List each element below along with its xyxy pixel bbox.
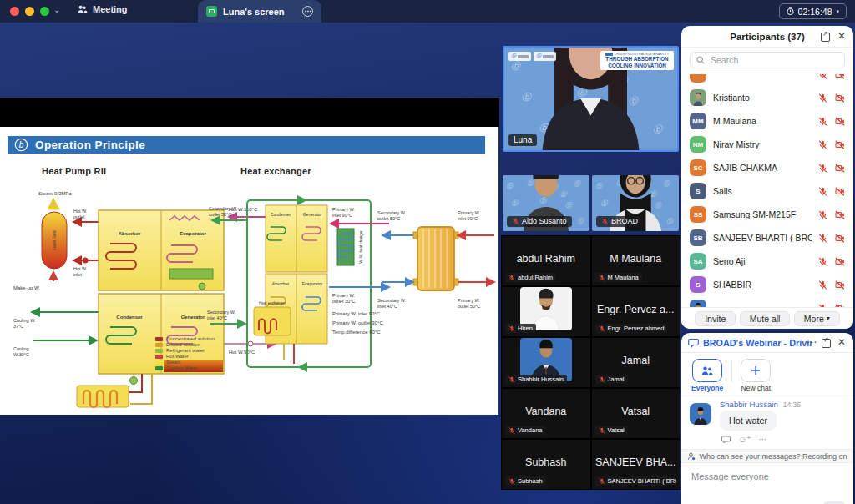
participant-name: M Maulana xyxy=(713,116,812,126)
participant-name-tag: Luna xyxy=(508,134,537,146)
camera-off-icon[interactable] xyxy=(835,164,845,173)
person-silhouette xyxy=(690,403,711,425)
camera-off-icon[interactable] xyxy=(835,257,845,266)
invite-button[interactable]: Invite xyxy=(695,311,736,326)
legend-label: Hot Water xyxy=(166,354,189,359)
participant-row[interactable] xyxy=(681,296,853,307)
svg-text:W.30°C: W.30°C xyxy=(13,352,29,357)
mic-off-icon xyxy=(599,275,605,281)
legend-swatch xyxy=(155,349,163,353)
camera-off-icon[interactable] xyxy=(835,140,845,149)
svg-text:Evaporator: Evaporator xyxy=(302,281,323,286)
camera-off-icon[interactable] xyxy=(835,187,845,196)
svg-text:Condenser: Condenser xyxy=(271,212,291,217)
reply-icon[interactable] xyxy=(721,436,731,444)
mic-off-icon[interactable] xyxy=(818,140,827,149)
camera-off-icon[interactable] xyxy=(835,234,845,243)
mic-off-icon[interactable] xyxy=(818,234,827,243)
participant-row[interactable]: NMNirav Mistry xyxy=(681,133,853,156)
popout-icon[interactable] xyxy=(822,339,831,348)
participant-row[interactable]: SASeno Aji xyxy=(681,249,853,273)
mic-off-icon[interactable] xyxy=(818,257,827,266)
mute-all-button[interactable]: Mute all xyxy=(740,311,791,326)
close-window-button[interactable] xyxy=(10,7,19,16)
close-icon[interactable]: ✕ xyxy=(837,337,846,348)
participants-list: KristiantoMMM MaulanaNMNirav MistrySCSAJ… xyxy=(681,74,853,307)
tab-new-chat[interactable]: New chat xyxy=(741,359,771,392)
participant-row[interactable] xyxy=(681,74,853,86)
svg-text:Absorber: Absorber xyxy=(272,281,290,286)
mic-off-icon[interactable] xyxy=(818,280,827,290)
mic-off-icon[interactable] xyxy=(818,74,827,79)
legend-label: Cooling Water xyxy=(166,365,198,370)
camera-off-icon[interactable] xyxy=(835,280,845,290)
camera-off-icon[interactable] xyxy=(835,210,845,219)
chat-input-area xyxy=(681,463,853,483)
tab-everyone[interactable]: Everyone xyxy=(691,359,723,392)
gallery-tile: Shabbir Hussain xyxy=(502,338,590,387)
camera-off-icon[interactable] xyxy=(835,117,845,126)
mic-off-icon[interactable] xyxy=(818,187,827,196)
participant-name: SANJEEV BHARTI ( BROAD INDIA ) xyxy=(713,233,812,243)
svg-text:Primary W. inlet 90°C: Primary W. inlet 90°C xyxy=(332,311,381,316)
avatar: SA xyxy=(690,253,706,270)
avatar: SS xyxy=(690,206,706,223)
participant-display-name: SANJEEV BHA... xyxy=(592,456,680,468)
tab-options-icon[interactable]: ⋯ xyxy=(302,6,313,17)
legend-swatch xyxy=(155,355,163,359)
more-icon[interactable]: ⋯ xyxy=(807,337,817,348)
svg-text:Primary W.: Primary W. xyxy=(332,207,355,212)
people-icon xyxy=(77,4,88,14)
svg-text:Steam 0.3MPa: Steam 0.3MPa xyxy=(38,191,72,196)
mic-off-icon xyxy=(601,218,609,225)
participant-row[interactable]: MMM Maulana xyxy=(681,109,853,133)
participant-row[interactable]: SSalis xyxy=(681,179,853,203)
participants-footer: Invite Mute all More▾ xyxy=(681,307,853,329)
chat-privacy-notice[interactable]: Who can see your messages? Recording on xyxy=(681,449,853,463)
chat-header: BROAD's Webinar - Driving Industr... ⋯ ✕ xyxy=(681,333,853,353)
participant-row[interactable]: SSHABBIR xyxy=(681,273,853,296)
camera-off-icon[interactable] xyxy=(835,93,845,103)
legend-item: Refrigerant water xyxy=(155,348,215,353)
close-icon[interactable]: ✕ xyxy=(837,31,846,42)
participant-search[interactable] xyxy=(690,52,845,68)
slide-letterbox xyxy=(0,98,499,127)
avatar: SB xyxy=(690,229,706,246)
chevron-down-icon: ▾ xyxy=(827,315,830,322)
mic-off-icon[interactable] xyxy=(818,117,827,126)
message-input[interactable] xyxy=(690,471,845,482)
participant-name: Seno Aji xyxy=(713,256,812,266)
emoji-add-icon[interactable]: ☺⁺ xyxy=(738,435,751,444)
camera-off-icon[interactable] xyxy=(835,74,845,79)
search-icon xyxy=(696,56,705,64)
minimize-window-button[interactable] xyxy=(25,7,34,16)
more-icon[interactable]: ⋯ xyxy=(759,435,767,444)
participant-gallery: abdul Rahimabdul RahimM MaulanaM Maulana… xyxy=(501,235,680,490)
participant-row[interactable]: SCSAJIB CHAKMA xyxy=(681,156,853,179)
search-input[interactable] xyxy=(709,54,838,66)
more-button[interactable]: More▾ xyxy=(794,311,840,326)
mic-off-icon[interactable] xyxy=(818,164,827,173)
tab-lunas-screen[interactable]: Luna's screen ⋯ xyxy=(198,0,321,23)
mic-off-icon[interactable] xyxy=(818,93,827,103)
participant-row[interactable]: SSSamsung SM-M215F xyxy=(681,203,853,226)
tab-meeting[interactable]: Meeting xyxy=(77,4,128,14)
svg-text:37°C: 37°C xyxy=(13,324,23,329)
svg-text:Heat exchanger: Heat exchanger xyxy=(259,301,286,305)
mic-off-icon[interactable] xyxy=(818,210,827,219)
zoom-window-button[interactable] xyxy=(40,7,49,16)
popout-icon[interactable] xyxy=(821,33,830,42)
legend-item: Concentrated solution xyxy=(155,336,215,341)
participant-row[interactable]: Kristianto xyxy=(681,86,853,109)
svg-text:Primary W.: Primary W. xyxy=(332,293,355,298)
plus-icon xyxy=(751,365,761,375)
gallery-tile: M MaulanaM Maulana xyxy=(592,236,680,285)
meeting-timer[interactable]: 02:16:48 ▾ xyxy=(779,3,847,19)
participant-name-tag: Vatsal xyxy=(595,426,628,435)
svg-text:outlet 30°C: outlet 30°C xyxy=(332,299,355,304)
tab-meeting-label: Meeting xyxy=(93,4,128,14)
participant-row[interactable]: SBSANJEEV BHARTI ( BROAD INDIA ) xyxy=(681,226,853,249)
chevron-down-icon[interactable]: ⌄ xyxy=(53,5,60,14)
gallery-tile: Engr. Pervez a...Engr. Pervez ahmed xyxy=(592,287,680,336)
svg-text:b: b xyxy=(19,140,24,149)
